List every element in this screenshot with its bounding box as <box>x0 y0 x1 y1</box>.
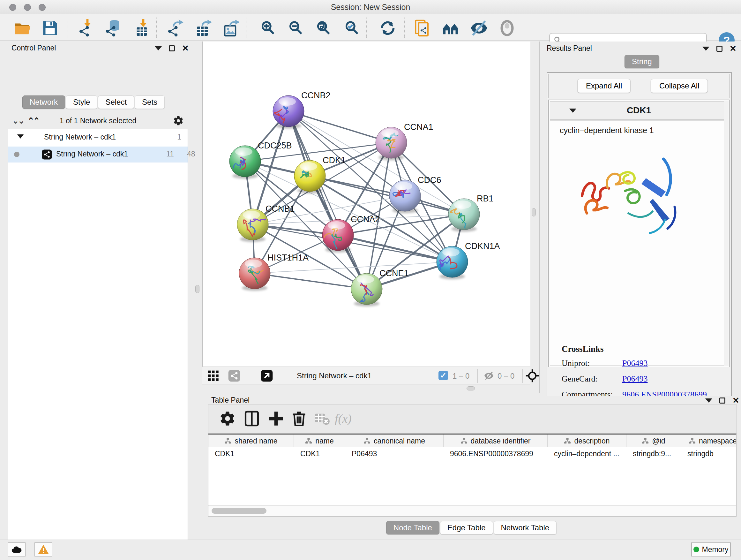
collection-caret-icon[interactable] <box>17 134 23 138</box>
save-session-icon[interactable] <box>41 19 59 37</box>
network-options-gear-icon[interactable] <box>173 115 184 126</box>
node-RB1[interactable]: RB1 <box>448 194 494 232</box>
memory-button[interactable]: Memory <box>691 543 731 557</box>
control-panel: Control Panel ✕ NetworkStyleSelectSets ⌄… <box>0 41 201 539</box>
table-cell[interactable]: stringdb:9... <box>626 448 681 461</box>
network-row-selected[interactable]: String Network – cdk1 11 48 <box>8 146 188 163</box>
protein-section-header[interactable]: CDK1 <box>550 101 728 120</box>
node-label: HIST1H1A <box>267 253 309 262</box>
birdseye-icon[interactable] <box>442 19 460 37</box>
bottom-splitter-handle[interactable] <box>467 386 475 390</box>
protein-name: CDK1 <box>550 105 728 116</box>
column-header-namespace[interactable]: namespace <box>681 435 737 447</box>
close-panel-icon[interactable]: ✕ <box>182 45 189 51</box>
function-builder-icon-disabled: f(x) <box>335 412 352 426</box>
protein-details-scroll[interactable]: CDK1 cyclin–dependent kinase 1 <box>548 100 730 367</box>
table-cell[interactable]: 9606.ENSP00000378699 <box>444 448 548 461</box>
close-panel-icon[interactable]: ✕ <box>730 45 737 52</box>
tab-network-table[interactable]: Network Table <box>494 521 557 535</box>
results-panel: Results Panel ✕ String Expand All Collap… <box>539 42 741 393</box>
table-options-gear-icon[interactable] <box>219 410 236 427</box>
network-canvas[interactable]: CCNB2 CCNA1 CDC25B CDK1 <box>202 42 530 367</box>
table-cell[interactable]: P06493 <box>345 448 444 461</box>
edge[interactable] <box>288 111 391 143</box>
import-table-icon[interactable] <box>134 19 152 37</box>
table-cell[interactable]: CDK1 <box>294 448 345 461</box>
protein-detail-body: cyclin–dependent kinase 1 <box>550 120 728 366</box>
open-session-icon[interactable] <box>13 19 32 37</box>
crosslink-link[interactable]: P06493 <box>622 359 648 368</box>
collapse-all-button[interactable]: Collapse All <box>651 79 708 93</box>
warnings-button[interactable] <box>35 543 52 557</box>
cloud-button[interactable] <box>8 543 25 557</box>
birdseye-toggle-icon[interactable] <box>525 369 539 383</box>
tab-edge-table[interactable]: Edge Table <box>440 521 493 535</box>
node-CCNB2[interactable]: CCNB2 <box>273 91 331 131</box>
crosslink-link[interactable]: P06493 <box>622 374 648 384</box>
node-CCNA1[interactable]: CCNA1 <box>376 122 433 160</box>
protein-structure-image <box>569 140 697 255</box>
string-network-graph[interactable]: CCNB2 CCNA1 CDC25B CDK1 <box>203 42 531 367</box>
network-node-count: 11 <box>166 150 174 159</box>
right-splitter-handle[interactable] <box>532 208 536 216</box>
create-column-plus-icon[interactable] <box>268 410 284 427</box>
control-panel-tabs: NetworkStyleSelectSets <box>22 96 165 109</box>
tab-select[interactable]: Select <box>98 96 134 109</box>
column-header-name[interactable]: name <box>294 435 345 447</box>
node-table[interactable]: shared namenamecanonical namedatabase id… <box>208 434 737 516</box>
export-table-icon[interactable] <box>195 19 213 37</box>
column-header-database-identifier[interactable]: database identifier <box>444 435 548 447</box>
show-details-eye-icon[interactable] <box>498 19 516 37</box>
import-network-database-icon[interactable] <box>105 19 123 37</box>
delete-column-trash-icon[interactable] <box>291 410 307 427</box>
node-label: CDC25B <box>258 141 292 150</box>
crosslink-row: GeneCard: P06493 <box>562 374 707 384</box>
maximize-panel-icon[interactable] <box>719 397 725 403</box>
show-columns-icon[interactable] <box>244 410 260 427</box>
column-header-description[interactable]: description <box>548 435 626 447</box>
table-cell[interactable]: CDK1 <box>208 448 294 461</box>
export-network-icon[interactable] <box>166 19 185 37</box>
table-row[interactable]: CDK1CDK1P064939606.ENSP00000378699cyclin… <box>208 448 737 461</box>
import-network-file-icon[interactable] <box>78 19 96 37</box>
zoom-in-icon[interactable] <box>259 19 278 37</box>
export-image-icon[interactable] <box>222 19 241 37</box>
detach-view-icon[interactable] <box>260 369 273 382</box>
zoom-fit-icon[interactable] <box>315 19 333 37</box>
tab-sets[interactable]: Sets <box>135 96 165 109</box>
tab-network[interactable]: Network <box>22 96 65 109</box>
hscrollbar-thumb[interactable] <box>212 508 266 514</box>
float-panel-icon[interactable] <box>702 47 710 51</box>
expand-all-button[interactable]: Expand All <box>577 79 630 93</box>
edge[interactable] <box>255 273 367 289</box>
network-view-icon[interactable] <box>228 369 241 382</box>
annotations-icon[interactable] <box>413 19 432 37</box>
zoom-out-icon[interactable] <box>287 19 306 37</box>
column-header--id[interactable]: @id <box>626 435 681 447</box>
maximize-panel-icon[interactable] <box>169 45 175 51</box>
maximize-panel-icon[interactable] <box>717 46 723 52</box>
float-panel-icon[interactable] <box>155 46 162 51</box>
grid-mode-icon[interactable] <box>207 370 220 381</box>
hide-details-eye-slash-icon[interactable] <box>470 19 488 37</box>
network-collection-row[interactable]: String Network – cdk1 1 <box>8 132 188 146</box>
node-CDC6[interactable]: CDC6 <box>389 175 441 213</box>
left-splitter-handle[interactable] <box>195 285 199 293</box>
node-HIST1H1A[interactable]: HIST1H1A <box>239 253 309 291</box>
results-scrollbar[interactable] <box>724 101 729 366</box>
edge[interactable] <box>338 235 452 262</box>
selected-checkbox-icon[interactable]: ✓ <box>439 371 448 380</box>
float-panel-icon[interactable] <box>705 398 712 402</box>
tab-string[interactable]: String <box>624 55 659 68</box>
table-cell[interactable]: stringdb <box>681 448 737 461</box>
node-CDKN1A[interactable]: CDKN1A <box>436 241 500 279</box>
tab-node-table[interactable]: Node Table <box>386 521 440 535</box>
table-cell[interactable]: cyclin–dependent ... <box>548 448 626 461</box>
tab-style[interactable]: Style <box>66 96 97 109</box>
zoom-selected-icon[interactable] <box>343 19 361 37</box>
refresh-icon[interactable] <box>379 19 397 37</box>
column-header-canonical-name[interactable]: canonical name <box>345 435 444 447</box>
close-panel-icon[interactable]: ✕ <box>732 397 739 403</box>
column-header-shared-name[interactable]: shared name <box>208 435 294 447</box>
table-hscrollbar[interactable] <box>208 505 736 516</box>
